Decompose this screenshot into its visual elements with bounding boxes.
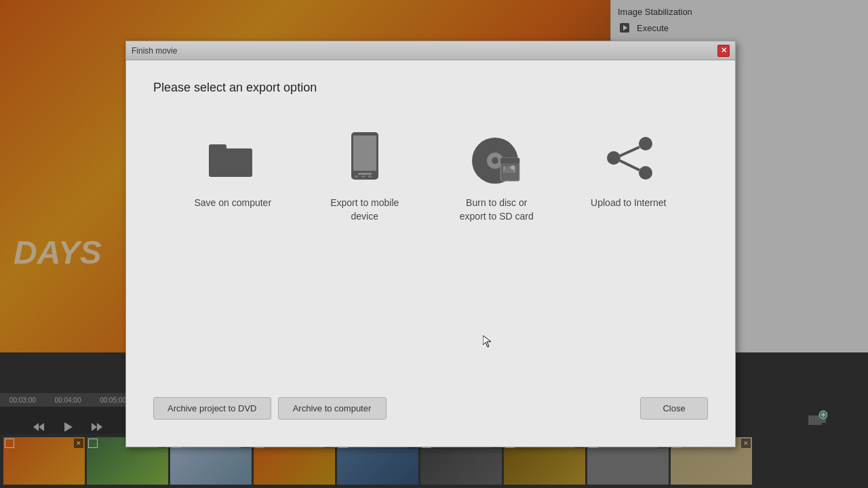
- modal-overlay: Finish movie ✕ Please select an export o…: [0, 0, 868, 488]
- disc-svg-icon: [469, 132, 524, 186]
- dialog-content: Please select an export option Save on c…: [126, 60, 735, 447]
- svg-rect-19: [361, 176, 365, 178]
- dialog-titlebar: Finish movie ✕: [126, 41, 735, 60]
- export-options-container: Save on computer Export: [153, 122, 708, 387]
- svg-line-34: [620, 147, 639, 156]
- burn-disc-option[interactable]: Burn to disc or export to SD card: [442, 122, 551, 233]
- svg-rect-18: [355, 176, 358, 178]
- archive-computer-button[interactable]: Archive to computer: [278, 397, 387, 420]
- share-svg-icon: [601, 136, 656, 183]
- phone-svg-icon: [348, 132, 382, 186]
- folder-svg-icon: [209, 139, 256, 180]
- svg-line-35: [620, 161, 639, 170]
- svg-point-33: [607, 151, 620, 165]
- close-dialog-button[interactable]: Close: [640, 397, 708, 420]
- dialog-title: Finish movie: [132, 46, 177, 56]
- phone-icon: [338, 132, 392, 186]
- svg-rect-13: [209, 148, 252, 177]
- svg-rect-17: [358, 173, 372, 175]
- svg-rect-20: [368, 176, 372, 178]
- upload-internet-label: Upload to Internet: [591, 197, 666, 210]
- burn-disc-label: Burn to disc or export to SD card: [452, 197, 540, 223]
- close-x-icon: ✕: [721, 46, 727, 55]
- svg-point-23: [492, 157, 498, 164]
- svg-point-30: [511, 165, 515, 169]
- disc-icon: [469, 132, 524, 186]
- archive-dvd-button[interactable]: Archive project to DVD: [153, 397, 271, 420]
- dialog-bottom-actions: Archive project to DVD Archive to comput…: [153, 387, 708, 426]
- finish-movie-dialog: Finish movie ✕ Please select an export o…: [125, 41, 736, 447]
- svg-rect-25: [500, 158, 519, 163]
- save-computer-label: Save on computer: [194, 197, 271, 210]
- folder-icon: [205, 132, 260, 186]
- dialog-close-button[interactable]: ✕: [717, 45, 730, 57]
- svg-point-31: [639, 137, 652, 150]
- archive-buttons-group: Archive project to DVD Archive to comput…: [153, 397, 387, 420]
- export-mobile-label: Export to mobile device: [321, 197, 409, 223]
- dialog-heading: Please select an export option: [153, 81, 708, 95]
- svg-point-32: [639, 166, 652, 180]
- export-mobile-option[interactable]: Export to mobile device: [311, 122, 419, 233]
- svg-rect-16: [353, 136, 376, 171]
- upload-internet-option[interactable]: Upload to Internet: [574, 122, 683, 220]
- svg-rect-14: [209, 144, 226, 152]
- share-icon: [601, 132, 656, 186]
- save-on-computer-option[interactable]: Save on computer: [178, 122, 287, 220]
